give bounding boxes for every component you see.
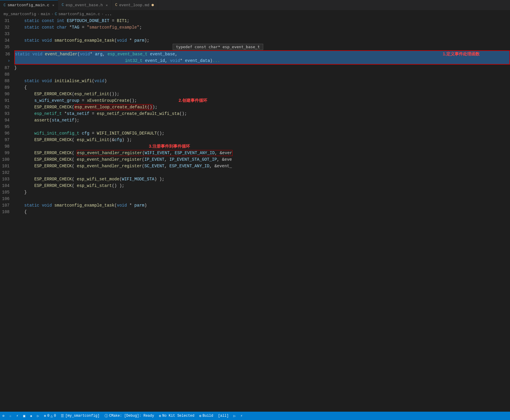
code-line: 104 ESP_ERROR_CHECK( esp_wifi_start() ); xyxy=(0,182,510,189)
annotation-3: 3.注册事件到事件循环 xyxy=(149,144,190,149)
code-line: 35 typedef const char* esp_event_base_t xyxy=(0,44,510,50)
status-run[interactable]: ▷ xyxy=(231,412,238,420)
code-line: 90 ESP_ERROR_CHECK(esp_netif_init()); xyxy=(0,91,510,97)
status-monitor[interactable]: ▣ xyxy=(21,412,28,420)
code-line: 97 ESP_ERROR_CHECK( esp_wifi_init(&cfg) … xyxy=(0,137,510,143)
code-line: 33 xyxy=(0,31,510,37)
code-line: 87 } xyxy=(0,65,510,71)
code-line: 107 static void smartconfig_example_task… xyxy=(0,202,510,209)
breadcrumb-part[interactable]: my_smartconfig xyxy=(4,12,36,16)
annotation-1: 1.定义事件处理函数 xyxy=(443,51,480,57)
lightning-icon: ⚡ xyxy=(16,414,18,418)
breadcrumb-part[interactable]: ... xyxy=(105,12,112,16)
tab-bar: C smartconfig_main.c ✕ C esp_event_base.… xyxy=(0,0,510,10)
c-file-icon: C xyxy=(4,3,6,7)
code-line: › int32_t event_id, void* event_data)... xyxy=(14,57,510,65)
error-icon: ⊗ xyxy=(44,414,46,418)
tab-label: smartconfig_main.c xyxy=(7,3,49,7)
c-file-icon: C xyxy=(62,3,64,7)
tab-label: event_loop.md xyxy=(119,3,149,7)
flash-icon: ⚡ xyxy=(241,414,243,418)
code-line: 106 xyxy=(0,196,510,202)
status-source-control[interactable]: ⊙ xyxy=(0,412,7,420)
build-icon: ⚙ xyxy=(199,414,201,418)
wifi-icon: ◈ xyxy=(30,414,32,418)
code-line: 99 ESP_ERROR_CHECK( esp_event_handler_re… xyxy=(0,150,510,156)
code-line: 36 static void event_handler(void* arg, … xyxy=(14,50,510,57)
status-flash[interactable]: ⚡ xyxy=(238,412,245,420)
tab-event-loop-md[interactable]: C event_loop.md ● xyxy=(112,0,158,10)
kit-icon: ⚙ xyxy=(159,414,161,418)
error-count: 0 xyxy=(47,414,49,418)
monitor-icon: ▣ xyxy=(23,414,25,418)
c-file-icon: C xyxy=(55,12,57,16)
code-line: 93 esp_netif_t *sta_netif = esp_netif_cr… xyxy=(0,110,510,117)
code-line: 96 wifi_init_config_t cfg = WIFI_INIT_CO… xyxy=(0,130,510,137)
run-icon: ▷ xyxy=(233,414,235,418)
code-line: 91 s_wifi_event_group = xEventGroupCreat… xyxy=(0,97,510,104)
tab-close-icon[interactable]: ✕ xyxy=(106,3,108,7)
tab-close-icon[interactable]: ✕ xyxy=(52,3,54,7)
warning-icon: △ xyxy=(51,414,53,418)
status-bar: ⊙ ☆ ⚡ ▣ ◈ ▷ ⊗ 0 △ 0 ☰ [my_smartconfig] ⓘ… xyxy=(0,412,510,420)
code-line: 100 ESP_ERROR_CHECK( esp_event_handler_r… xyxy=(0,156,510,163)
status-bookmark[interactable]: ☆ xyxy=(7,412,14,420)
code-line: 88 xyxy=(0,71,510,78)
editor: 31 static const int ESPTOUCH_DONE_BIT = … xyxy=(0,18,510,412)
status-errors[interactable]: ⊗ 0 △ 0 xyxy=(41,412,58,420)
warning-count: 0 xyxy=(54,414,56,418)
status-all-label: [all] xyxy=(218,414,229,418)
status-config[interactable]: ☰ [my_smartconfig] xyxy=(58,412,102,420)
tab-modified-icon: ● xyxy=(151,2,155,8)
code-line: 88 static void initialise_wifi(void) xyxy=(0,78,510,84)
code-line: 98 3.注册事件到事件循环 xyxy=(0,143,510,150)
code-line: 102 xyxy=(0,169,510,176)
bookmark-icon: ☆ xyxy=(9,414,11,418)
cmake-icon: ⓘ xyxy=(105,413,108,419)
status-build-label: Build xyxy=(202,414,213,418)
status-cmake[interactable]: ⓘ CMake: [Debug]: Ready xyxy=(102,412,157,420)
status-cmake-label: CMake: [Debug]: Ready xyxy=(109,414,154,418)
code-container: 31 static const int ESPTOUCH_DONE_BIT = … xyxy=(0,18,510,215)
code-line: 34 static void smartconfig_example_task(… xyxy=(0,37,510,44)
breadcrumb-part[interactable]: main xyxy=(41,12,50,16)
code-line: 105 } xyxy=(0,189,510,196)
status-wifi[interactable]: ◈ xyxy=(28,412,35,420)
source-control-icon: ⊙ xyxy=(2,414,4,418)
annotation-tooltip: typedef const char* esp_event_base_t xyxy=(173,44,263,50)
code-line: 103 ESP_ERROR_CHECK( esp_wifi_set_mode(W… xyxy=(0,176,510,182)
status-kit[interactable]: ⚙ No Kit Selected xyxy=(157,412,197,420)
code-line: 92 ESP_ERROR_CHECK(esp_event_loop_create… xyxy=(0,104,510,110)
tab-label: esp_event_base.h xyxy=(65,3,103,7)
tab-esp-event-base[interactable]: C esp_event_base.h ✕ xyxy=(58,0,112,10)
c-file-icon: C xyxy=(115,3,117,7)
breadcrumb-part[interactable]: smartconfig_main.c xyxy=(58,12,100,16)
arrow-icon: ▷ xyxy=(37,414,39,418)
status-lightning[interactable]: ⚡ xyxy=(14,412,21,420)
code-line: 94 assert(sta_netif); xyxy=(0,117,510,124)
status-kit-label: No Kit Selected xyxy=(162,414,194,418)
status-all[interactable]: [all] xyxy=(216,412,231,420)
code-line: 31 static const int ESPTOUCH_DONE_BIT = … xyxy=(0,18,510,24)
breadcrumb: my_smartconfig › main › C smartconfig_ma… xyxy=(0,10,510,18)
code-line: 89 { xyxy=(0,84,510,91)
code-line: 101 ESP_ERROR_CHECK( esp_event_handler_r… xyxy=(0,163,510,169)
code-line: 108 { xyxy=(0,209,510,215)
status-arrow[interactable]: ▷ xyxy=(35,412,41,420)
status-build[interactable]: ⚙ Build xyxy=(197,412,216,420)
config-icon: ☰ xyxy=(61,414,64,418)
tab-smartconfig-main[interactable]: C smartconfig_main.c ✕ xyxy=(0,0,58,10)
code-line: 95 xyxy=(0,124,510,130)
status-config-label: [my_smartconfig] xyxy=(65,414,99,418)
annotation-2: 2.创建事件循环 xyxy=(179,98,207,103)
code-line: 32 static const char *TAG = "smartconfig… xyxy=(0,24,510,31)
